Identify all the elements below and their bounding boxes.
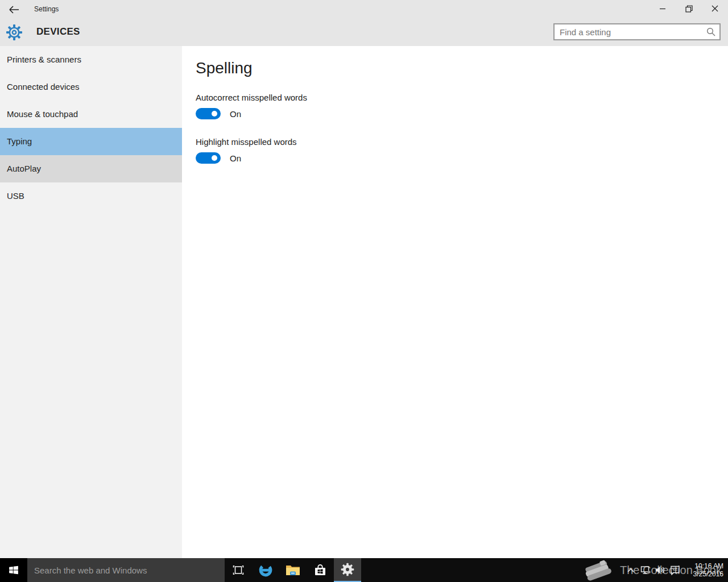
restore-button[interactable] [676, 0, 702, 17]
sidebar-item-typing[interactable]: Typing [0, 128, 182, 155]
toggle-knob [212, 155, 217, 161]
settings-taskbar-button[interactable] [334, 558, 361, 582]
start-button[interactable] [0, 558, 27, 582]
taskbar-search-box [27, 558, 225, 582]
back-arrow-icon [9, 6, 19, 14]
task-view-icon [232, 565, 245, 575]
restore-icon [685, 5, 693, 13]
settings-gear-icon [6, 24, 23, 43]
spelling-heading: Spelling [196, 58, 728, 78]
clock-time: 10:16 AM [682, 562, 723, 570]
autocorrect-state: On [230, 109, 241, 119]
app-title: Settings [34, 5, 59, 13]
chevron-up-icon[interactable] [623, 558, 638, 582]
toggle-knob [212, 111, 217, 117]
page-title: DEVICES [36, 26, 80, 38]
network-icon[interactable] [638, 558, 653, 582]
action-center-icon[interactable] [668, 558, 682, 582]
sidebar-item-usb[interactable]: USB [0, 182, 182, 210]
window-header: Settings [0, 0, 728, 46]
taskbar-clock[interactable]: 10:16 AM 3/25/2016 [682, 562, 723, 578]
main-content: Spelling Autocorrect misspelled words On… [182, 46, 728, 558]
autocorrect-toggle[interactable] [196, 108, 221, 119]
sidebar-item-printers-scanners[interactable]: Printers & scanners [0, 46, 182, 73]
store-icon [313, 563, 327, 577]
window-controls [650, 0, 728, 17]
system-tray: 10:16 AM 3/25/2016 [623, 558, 728, 582]
search-icon[interactable] [702, 27, 719, 36]
settings-gear-taskbar-icon [340, 562, 355, 577]
windows-logo-icon [9, 565, 19, 575]
volume-icon[interactable] [653, 558, 668, 582]
book-icon [581, 557, 617, 582]
settings-window: Settings [0, 0, 728, 582]
clock-date: 3/25/2016 [682, 570, 723, 578]
close-button[interactable] [702, 0, 728, 17]
highlight-state: On [230, 153, 241, 163]
back-button[interactable] [6, 2, 23, 18]
taskbar-search-input[interactable] [27, 566, 225, 575]
taskbar: The Collection Book [0, 558, 728, 582]
autocorrect-label: Autocorrect misspelled words [196, 93, 728, 102]
close-icon [712, 5, 718, 12]
minimize-icon [659, 5, 666, 12]
store-button[interactable] [307, 558, 334, 582]
task-view-button[interactable] [225, 558, 252, 582]
edge-button[interactable] [252, 558, 279, 582]
file-explorer-button[interactable] [279, 558, 307, 582]
highlight-toggle[interactable] [196, 152, 221, 164]
file-explorer-icon [286, 564, 300, 576]
sidebar-item-connected-devices[interactable]: Connected devices [0, 73, 182, 101]
find-a-setting-box [553, 23, 721, 40]
find-a-setting-input[interactable] [555, 27, 702, 37]
page-header: DEVICES [0, 18, 728, 46]
autocorrect-row: On [196, 108, 728, 119]
highlight-row: On [196, 152, 728, 164]
sidebar-item-autoplay[interactable]: AutoPlay [0, 155, 182, 182]
minimize-button[interactable] [650, 0, 676, 17]
sidebar: Printers & scanners Connected devices Mo… [0, 46, 182, 558]
titlebar: Settings [0, 0, 728, 18]
highlight-label: Highlight misspelled words [196, 137, 728, 147]
edge-icon [258, 563, 273, 577]
sidebar-item-mouse-touchpad[interactable]: Mouse & touchpad [0, 101, 182, 128]
